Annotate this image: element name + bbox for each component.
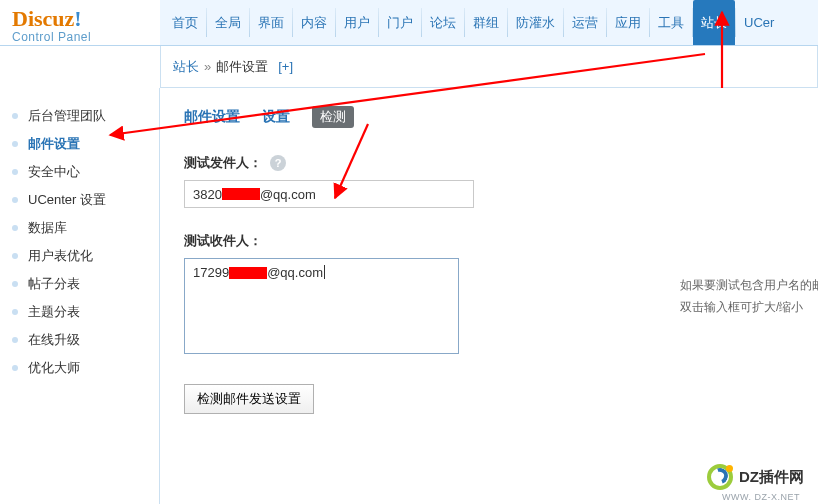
receiver-value-prefix: 17299 bbox=[193, 265, 229, 280]
watermark-url: WWW. DZ-X.NET bbox=[722, 492, 800, 502]
hint-line-2: 双击输入框可扩大/缩小 bbox=[680, 296, 818, 318]
logo-bang: ! bbox=[74, 6, 81, 31]
tab-mail-settings[interactable]: 邮件设置 bbox=[184, 108, 240, 126]
bullet-icon bbox=[12, 113, 18, 119]
watermark-logo-icon bbox=[707, 464, 733, 490]
receiver-value-suffix: @qq.com bbox=[267, 265, 323, 280]
hint-line-1: 如果要测试包含用户名的邮件地址，格式为 bbox=[680, 274, 818, 296]
nav-item-13[interactable]: UCer bbox=[736, 0, 782, 45]
sidebar-item-0[interactable]: 后台管理团队 bbox=[0, 102, 159, 130]
bullet-icon bbox=[12, 141, 18, 147]
sender-value-suffix: @qq.com bbox=[260, 187, 316, 202]
nav-item-5[interactable]: 门户 bbox=[379, 0, 421, 45]
content-pane: 邮件设置 设置 检测 测试发件人： ? 3820@qq.com 测试收件人： 1… bbox=[160, 88, 818, 504]
nav-item-1[interactable]: 全局 bbox=[207, 0, 249, 45]
watermark: DZ插件网 bbox=[707, 464, 804, 490]
nav-item-4[interactable]: 用户 bbox=[336, 0, 378, 45]
sidebar-item-9[interactable]: 优化大师 bbox=[0, 354, 159, 382]
breadcrumb-page: 邮件设置 bbox=[216, 58, 268, 76]
sidebar-item-3[interactable]: UCenter 设置 bbox=[0, 186, 159, 214]
sidebar-item-label: 主题分表 bbox=[28, 303, 80, 321]
bullet-icon bbox=[12, 365, 18, 371]
tab-detect-button[interactable]: 检测 bbox=[312, 106, 354, 128]
tab-settings[interactable]: 设置 bbox=[262, 108, 290, 126]
breadcrumb-sep: » bbox=[204, 59, 211, 74]
redacted-block bbox=[229, 267, 267, 279]
bullet-icon bbox=[12, 197, 18, 203]
sidebar-item-label: 帖子分表 bbox=[28, 275, 80, 293]
sidebar-item-label: 在线升级 bbox=[28, 331, 80, 349]
sidebar-item-8[interactable]: 在线升级 bbox=[0, 326, 159, 354]
bullet-icon bbox=[12, 253, 18, 259]
watermark-text: DZ插件网 bbox=[739, 468, 804, 487]
bullet-icon bbox=[12, 281, 18, 287]
nav-item-8[interactable]: 防灌水 bbox=[508, 0, 563, 45]
submit-detect-button[interactable]: 检测邮件发送设置 bbox=[184, 384, 314, 414]
bullet-icon bbox=[12, 169, 18, 175]
text-caret bbox=[324, 265, 325, 279]
sidebar-item-label: 邮件设置 bbox=[28, 135, 80, 153]
receiver-hint: 如果要测试包含用户名的邮件地址，格式为 双击输入框可扩大/缩小 bbox=[680, 274, 818, 318]
sender-input[interactable]: 3820@qq.com bbox=[184, 180, 474, 208]
nav-item-9[interactable]: 运营 bbox=[564, 0, 606, 45]
sidebar-item-4[interactable]: 数据库 bbox=[0, 214, 159, 242]
tip-icon[interactable]: ? bbox=[270, 155, 286, 171]
sidebar-item-label: 用户表优化 bbox=[28, 247, 93, 265]
sidebar-item-label: UCenter 设置 bbox=[28, 191, 106, 209]
nav-item-6[interactable]: 论坛 bbox=[422, 0, 464, 45]
nav-item-11[interactable]: 工具 bbox=[650, 0, 692, 45]
sidebar-item-label: 后台管理团队 bbox=[28, 107, 106, 125]
breadcrumb-root[interactable]: 站长 bbox=[173, 58, 199, 76]
sidebar-item-2[interactable]: 安全中心 bbox=[0, 158, 159, 186]
sub-tabs: 邮件设置 设置 检测 bbox=[184, 106, 818, 128]
bullet-icon bbox=[12, 225, 18, 231]
sidebar-item-label: 安全中心 bbox=[28, 163, 80, 181]
breadcrumb-expand[interactable]: [+] bbox=[278, 59, 293, 74]
logo-subtitle: Control Panel bbox=[12, 30, 160, 44]
nav-item-2[interactable]: 界面 bbox=[250, 0, 292, 45]
logo: Discuz! Control Panel bbox=[0, 0, 160, 45]
receiver-textarea[interactable]: 17299@qq.com bbox=[184, 258, 459, 354]
sidebar: 后台管理团队邮件设置安全中心UCenter 设置数据库用户表优化帖子分表主题分表… bbox=[0, 88, 160, 504]
top-nav: 首页全局界面内容用户门户论坛群组防灌水运营应用工具站长UCer bbox=[160, 0, 818, 45]
breadcrumb: 站长 » 邮件设置 [+] bbox=[160, 46, 818, 88]
redacted-block bbox=[222, 188, 260, 200]
sidebar-item-7[interactable]: 主题分表 bbox=[0, 298, 159, 326]
bullet-icon bbox=[12, 309, 18, 315]
sidebar-item-1[interactable]: 邮件设置 bbox=[0, 130, 159, 158]
logo-brand: Discuz bbox=[12, 6, 74, 31]
sidebar-item-5[interactable]: 用户表优化 bbox=[0, 242, 159, 270]
sidebar-item-6[interactable]: 帖子分表 bbox=[0, 270, 159, 298]
nav-item-7[interactable]: 群组 bbox=[465, 0, 507, 45]
bullet-icon bbox=[12, 337, 18, 343]
receiver-label: 测试收件人： bbox=[184, 232, 262, 250]
nav-item-3[interactable]: 内容 bbox=[293, 0, 335, 45]
sidebar-item-label: 数据库 bbox=[28, 219, 67, 237]
sidebar-item-label: 优化大师 bbox=[28, 359, 80, 377]
sender-value-prefix: 3820 bbox=[193, 187, 222, 202]
nav-item-12[interactable]: 站长 bbox=[693, 0, 735, 45]
sender-label: 测试发件人： bbox=[184, 154, 262, 172]
nav-item-10[interactable]: 应用 bbox=[607, 0, 649, 45]
nav-item-0[interactable]: 首页 bbox=[164, 0, 206, 45]
